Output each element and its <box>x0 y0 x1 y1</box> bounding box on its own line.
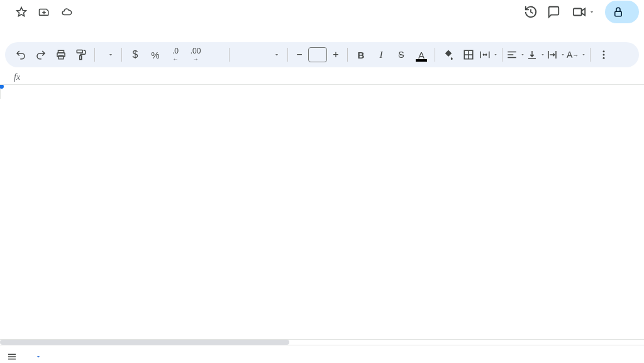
lock-icon <box>613 6 624 18</box>
comments-icon[interactable] <box>545 3 562 21</box>
chevron-down-icon <box>589 9 595 15</box>
svg-point-17 <box>603 54 605 56</box>
toolbar-separator <box>229 48 230 62</box>
text-color-button[interactable]: A <box>412 45 431 64</box>
redo-button[interactable] <box>31 45 50 64</box>
vertical-align-button[interactable] <box>526 45 545 64</box>
fx-icon: fx <box>14 72 20 82</box>
sheet-tab[interactable] <box>24 347 49 363</box>
font-size-input[interactable] <box>308 47 327 62</box>
svg-rect-1 <box>615 11 622 16</box>
select-all-corner[interactable] <box>0 85 1 99</box>
text-wrap-button[interactable] <box>547 45 565 64</box>
toolbar-separator <box>435 48 435 62</box>
format-percent-button[interactable]: % <box>146 45 165 64</box>
paint-format-button[interactable] <box>72 45 91 64</box>
spreadsheet-grid[interactable] <box>0 85 644 340</box>
formula-input[interactable] <box>25 70 644 84</box>
borders-button[interactable] <box>459 45 478 64</box>
menu-bar <box>0 24 644 40</box>
formula-bar: fx <box>0 70 644 85</box>
decrease-font-size-button[interactable]: − <box>292 47 307 62</box>
increase-decimal-button[interactable]: .00→ <box>186 45 205 64</box>
font-size-control: − + <box>292 47 343 62</box>
undo-button[interactable] <box>11 45 30 64</box>
move-icon[interactable] <box>35 3 53 21</box>
svg-rect-5 <box>77 50 82 53</box>
merge-cells-button[interactable] <box>479 45 498 64</box>
meet-button[interactable] <box>567 3 600 21</box>
toolbar-separator <box>590 48 591 62</box>
toolbar-separator <box>94 48 95 62</box>
horizontal-scrollbar-track[interactable] <box>0 340 644 345</box>
zoom-dropdown[interactable] <box>99 45 118 64</box>
fill-color-button[interactable] <box>439 45 458 64</box>
history-icon[interactable] <box>522 3 540 21</box>
horizontal-scrollbar-thumb[interactable] <box>0 340 289 345</box>
chevron-down-icon <box>35 354 42 360</box>
svg-rect-6 <box>80 56 82 60</box>
italic-button[interactable]: I <box>372 45 391 64</box>
title-bar <box>0 0 644 24</box>
format-currency-button[interactable]: $ <box>126 45 145 64</box>
horizontal-align-button[interactable] <box>506 45 525 64</box>
increase-font-size-button[interactable]: + <box>328 47 343 62</box>
cloud-status-icon[interactable] <box>58 3 75 21</box>
svg-point-16 <box>603 50 605 52</box>
toolbar-separator <box>502 48 502 62</box>
share-button[interactable] <box>605 1 639 23</box>
bold-button[interactable]: B <box>352 45 370 64</box>
more-toolbar-button[interactable] <box>594 45 613 64</box>
sheet-tab-bar <box>0 345 644 363</box>
svg-rect-0 <box>574 9 582 16</box>
all-sheets-button[interactable] <box>3 347 21 363</box>
toolbar-separator <box>347 48 348 62</box>
strikethrough-button[interactable]: S <box>392 45 411 64</box>
toolbar-separator <box>121 48 122 62</box>
star-icon[interactable] <box>13 3 30 21</box>
toolbar: $ % .0← .00→ − + B I S A A→ <box>5 42 639 67</box>
print-button[interactable] <box>52 45 70 64</box>
text-rotation-button[interactable]: A→ <box>567 45 586 64</box>
svg-point-18 <box>603 57 605 59</box>
decrease-decimal-button[interactable]: .0← <box>166 45 185 64</box>
toolbar-separator <box>287 48 288 62</box>
more-formats-button[interactable] <box>206 45 225 64</box>
column-headers <box>0 85 644 99</box>
font-family-dropdown[interactable] <box>233 45 284 64</box>
